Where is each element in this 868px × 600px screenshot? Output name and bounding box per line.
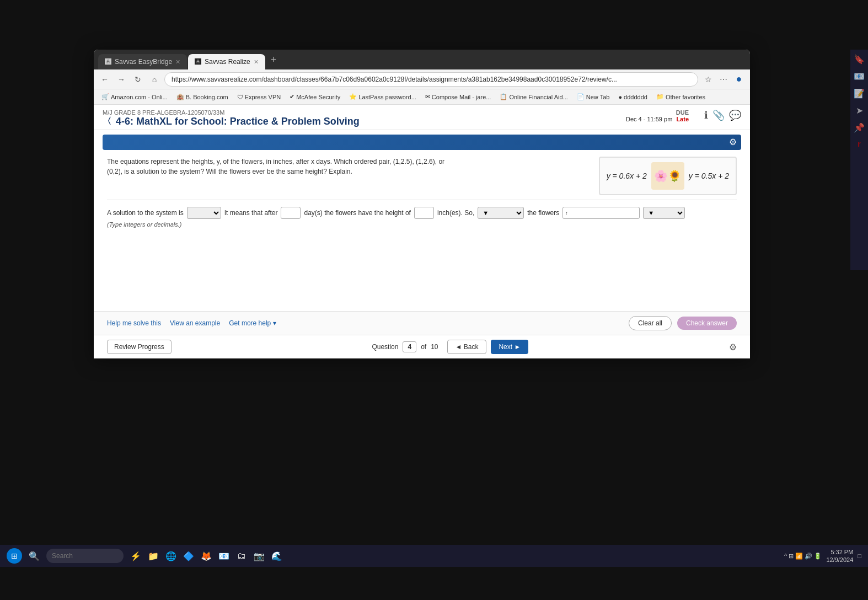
nav-buttons: ◄ Back Next ► [447, 340, 529, 354]
bookmark-newtab[interactable]: 📄 New Tab [574, 92, 613, 101]
taskbar-icon-app7[interactable]: 📷 [251, 548, 267, 564]
browser-window: 🅰 Savvas EasyBridge ✕ 🅰 Savvas Realize ✕… [94, 50, 750, 358]
breadcrumb: M/J GRADE 8 PRE-ALGEBRA-1205070/33M [103, 109, 360, 116]
bookmark-amazon[interactable]: 🛒 Amazon.com - Onli... [98, 92, 171, 101]
tab-savvas-realize[interactable]: 🅰 Savvas Realize ✕ [188, 54, 265, 69]
forward-button[interactable]: → [115, 73, 128, 86]
taskbar-icon-app6[interactable]: 🗂 [234, 548, 249, 564]
bookmark-compose[interactable]: ✉ Compose Mail - jare... [422, 92, 495, 101]
taskbar-icon-app2[interactable]: 🌐 [163, 548, 179, 564]
answer-row: A solution to the system is (1,2.5) (1,2… [107, 207, 737, 219]
due-date: Dec 4 - 11:59 pm [626, 116, 672, 122]
answer-label-part5: the flowers [527, 209, 559, 217]
bookmark-expressvpn[interactable]: 🛡 Express VPN [234, 93, 284, 101]
answer-label-part1: A solution to the system is [107, 209, 184, 217]
blue-banner: ⚙ [103, 135, 741, 150]
taskbar-search-input[interactable] [46, 549, 124, 563]
chat-icon[interactable]: 💬 [729, 109, 741, 121]
tab2-label: Savvas Realize [205, 58, 250, 66]
height-input[interactable] [414, 207, 434, 219]
refresh-button[interactable]: ↻ [131, 73, 144, 86]
tab2-close[interactable]: ✕ [254, 58, 259, 66]
explanation-input[interactable] [562, 207, 640, 219]
bookmark-financial[interactable]: 📋 Online Financial Aid... [496, 92, 571, 101]
bookmarks-bar: 🛒 Amazon.com - Onli... 🏨 B. Booking.com … [94, 89, 750, 105]
tab-savvas-easybridge[interactable]: 🅰 Savvas EasyBridge ✕ [98, 54, 187, 69]
taskbar-system-icons: ^ ⊞ 📶 🔊 🔋 [784, 553, 822, 560]
divider [107, 200, 737, 200]
taskbar-app-icons: ⚡ 📁 🌐 🔷 🦊 📧 🗂 📷 🌊 [128, 548, 285, 564]
assignment-header: M/J GRADE 8 PRE-ALGEBRA-1205070/33M 〈 4-… [94, 105, 750, 130]
taskbar-end: □ [858, 553, 861, 559]
taskbar-icon-lightning[interactable]: ⚡ [128, 548, 143, 564]
bookmark-lastpass[interactable]: ⭐ LastPass password... [346, 92, 420, 101]
sidebar-icon-2[interactable]: 📧 [854, 71, 865, 82]
clear-all-button[interactable]: Clear all [629, 316, 672, 330]
attachment-icon[interactable]: 📎 [712, 109, 725, 121]
flowers-dropdown[interactable]: ▼ the flowers they [478, 207, 524, 219]
tab-bar: 🅰 Savvas EasyBridge ✕ 🅰 Savvas Realize ✕… [94, 50, 750, 69]
action-buttons: Clear all Check answer [629, 316, 737, 330]
will-dropdown[interactable]: ▼ will will never [643, 207, 685, 219]
question-text-row: The equations represent the heights, y, … [107, 157, 737, 195]
sidebar-icon-5[interactable]: 📌 [854, 122, 865, 133]
info-icon[interactable]: ℹ [704, 109, 708, 121]
home-button[interactable]: ⌂ [148, 73, 161, 86]
settings-gear-icon[interactable]: ⚙ [729, 137, 737, 147]
back-nav-button[interactable]: ◄ Back [447, 340, 487, 354]
due-info: DUE Dec 4 - 11:59 pm Late [626, 109, 689, 122]
taskbar-icon-app8[interactable]: 🌊 [269, 548, 285, 564]
view-example-link[interactable]: View an example [170, 319, 220, 327]
question-of: of [421, 343, 426, 351]
tab1-favicon: 🅰 [105, 58, 111, 66]
add-tab-button[interactable]: + [266, 54, 281, 66]
bookmark-booking[interactable]: 🏨 B. Booking.com [173, 92, 232, 101]
answer-label-part3: day(s) the flowers have the height of [304, 209, 410, 217]
header-icons: ℹ 📎 💬 [704, 109, 741, 121]
bookmark-ddd[interactable]: ● ddddddd [615, 93, 650, 101]
help-me-solve-link[interactable]: Help me solve this [107, 319, 161, 327]
page-settings-gear[interactable]: ⚙ [729, 342, 737, 352]
question-number: 4 [403, 341, 416, 352]
bottom-bar: Help me solve this View an example Get m… [94, 311, 750, 335]
sidebar-icon-r[interactable]: r [858, 140, 860, 148]
get-more-help-link[interactable]: Get more help ▾ [229, 319, 276, 327]
question-area: The equations represent the heights, y, … [94, 150, 750, 311]
bookmark-mcafee[interactable]: ✔ McAfee Security [286, 92, 344, 101]
question-counter: Question 4 of 10 [372, 341, 438, 352]
right-sidebar: 🔖 📧 📝 ➤ 📌 r [850, 50, 868, 270]
question-text: The equations represent the heights, y, … [107, 157, 449, 176]
days-input[interactable] [281, 207, 301, 219]
sidebar-icon-3[interactable]: 📝 [854, 88, 865, 99]
late-badge: Late [676, 116, 689, 122]
question-label: Question [372, 343, 398, 351]
back-arrow-icon[interactable]: 〈 [103, 116, 111, 127]
taskbar-icon-app3[interactable]: 🔷 [181, 548, 196, 564]
check-answer-button[interactable]: Check answer [677, 317, 737, 330]
sidebar-icon-4[interactable]: ➤ [856, 105, 863, 116]
taskbar-search-icon[interactable]: 🔍 [26, 548, 42, 564]
question-nav: Review Progress Question 4 of 10 ◄ Back … [94, 335, 750, 358]
settings-icon[interactable]: ⋯ [717, 73, 730, 86]
bookmark-other-favorites[interactable]: 📁 Other favorites [653, 92, 709, 101]
next-nav-button[interactable]: Next ► [491, 340, 528, 354]
sidebar-icon-1[interactable]: 🔖 [854, 54, 865, 65]
profile-icon[interactable]: ● [732, 73, 746, 86]
address-bar-row: ← → ↻ ⌂ ☆ ⋯ ● [94, 69, 750, 89]
address-input[interactable] [164, 72, 698, 87]
taskbar: ⊞ 🔍 ⚡ 📁 🌐 🔷 🦊 📧 🗂 📷 🌊 ^ ⊞ 📶 🔊 🔋 5:32 PM … [0, 545, 868, 567]
solution-dropdown[interactable]: (1,2.5) (1,2.6) (0,2) [187, 207, 221, 219]
review-progress-button[interactable]: Review Progress [107, 340, 172, 354]
taskbar-right: ^ ⊞ 📶 🔊 🔋 5:32 PM 12/9/2024 □ [784, 548, 861, 564]
tab1-close[interactable]: ✕ [175, 58, 180, 66]
page-content: M/J GRADE 8 PRE-ALGEBRA-1205070/33M 〈 4-… [94, 105, 750, 358]
back-button[interactable]: ← [98, 73, 111, 86]
taskbar-icon-app4[interactable]: 🦊 [199, 548, 214, 564]
bookmark-star[interactable]: ☆ [701, 73, 715, 86]
equation2: y = 0.5x + 2 [689, 172, 729, 180]
taskbar-icon-app1[interactable]: 📁 [146, 548, 161, 564]
taskbar-icon-app5[interactable]: 📧 [216, 548, 232, 564]
taskbar-time: 5:32 PM 12/9/2024 [826, 548, 853, 564]
start-button[interactable]: ⊞ [7, 548, 22, 564]
browser-actions: ☆ ⋯ ● [701, 73, 746, 86]
